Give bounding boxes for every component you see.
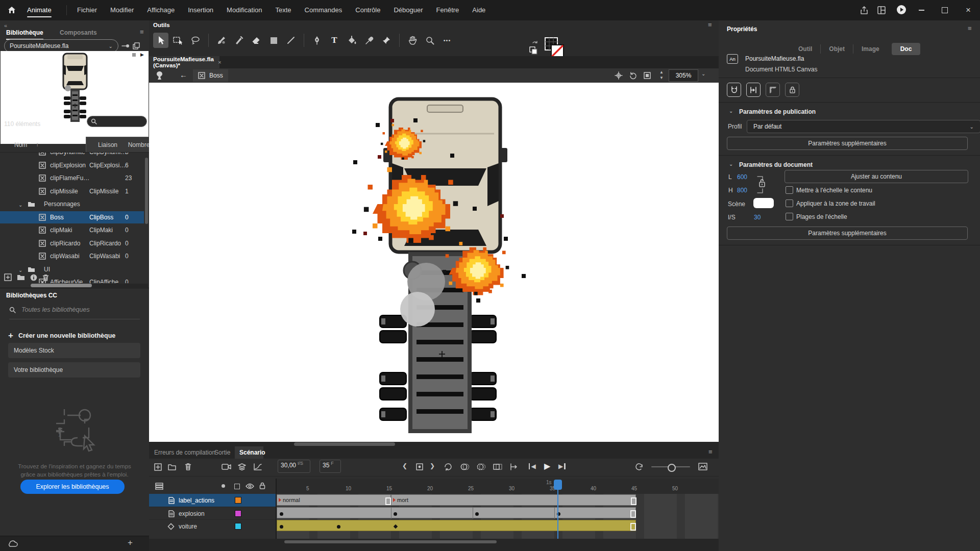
more-tools-button[interactable]: ••• [439,33,455,48]
new-library-panel-icon[interactable] [133,42,140,49]
slider-knob[interactable] [668,464,676,472]
library-row-boss[interactable]: BossClipBoss0 [0,211,144,223]
new-folder-icon[interactable] [17,274,25,281]
apply-workspace-checkbox[interactable] [786,199,793,207]
properties-menu-icon[interactable]: ≡ [968,24,972,32]
cc-search-input[interactable]: Toutes les bibliothèques [9,306,90,313]
center-stage-icon[interactable] [615,71,623,80]
folder-expand-icon[interactable]: ⌄ [18,267,22,273]
keyframe-frame-8[interactable] [337,525,340,529]
publish-more-settings-button[interactable]: Paramètres supplémentaires [727,137,968,150]
layer-row-voiture[interactable]: voiture [149,519,276,533]
keyframe-frame-25[interactable] [475,512,479,516]
link-dimensions-icon[interactable] [755,173,767,196]
library-search-input[interactable] [87,116,147,127]
share-icon[interactable] [859,5,869,15]
zoom-level-input[interactable]: 305% [669,69,698,82]
library-row-clipflamefu[interactable]: clipFlameFu…23 [0,172,144,184]
subselection-tool[interactable] [170,33,186,48]
snap-magnet-toggle[interactable] [727,83,741,97]
tools-menu-icon[interactable]: ≡ [708,21,712,29]
timeline-ruler[interactable]: 1s 5 10 15 20 25 30 35 40 45 50 [277,479,719,494]
selection-handle[interactable] [476,298,480,303]
publish-section-title[interactable]: Paramètres de publication [739,108,816,115]
insert-frame-center-icon[interactable] [415,463,424,471]
menu-fenetre[interactable]: Fenêtre [430,0,466,20]
scale-ranges-checkbox[interactable] [786,213,793,220]
stage-canvas[interactable] [149,83,719,442]
lasso-tool[interactable] [188,33,203,48]
selection-handle[interactable] [376,123,380,127]
library-row-clipmaki[interactable]: clipMakiClipMaki0 [0,224,144,236]
menu-modifier[interactable]: Modifier [104,0,140,20]
library-row-clipexplosion[interactable]: clipExplosionClipExplosi…6 [0,159,144,171]
menu-animate[interactable]: Animate [20,0,58,20]
pen-tool[interactable] [309,33,325,48]
new-symbol-icon[interactable] [4,273,12,281]
menu-commandes[interactable]: Commandes [298,0,349,20]
tab-sortie[interactable]: Sortie [214,449,230,456]
library-folder-personnages[interactable]: ⌄ Personnages [0,198,144,210]
library-preview[interactable]: ▶ [1,51,149,144]
layers-stack-icon[interactable] [155,483,163,490]
visibility-column-icon[interactable] [246,483,254,489]
home-icon[interactable] [7,6,16,15]
swap-colors-icon[interactable] [529,40,540,55]
play-button[interactable]: ▶ [544,461,550,471]
zoom-stepper[interactable]: ▲▼ [659,69,664,81]
timeline-horizontal-scrollbar[interactable] [149,539,719,545]
cc-add-icon[interactable]: + [128,538,133,548]
clip-content-icon[interactable] [643,71,651,80]
library-row-clipdynamite[interactable]: clipDynamiteClipDynami…6 [0,152,144,158]
column-header-liaison[interactable]: Liaison [86,137,130,153]
preview-resize-handle[interactable] [132,53,136,57]
frame-span-voiture-tween[interactable] [277,520,636,531]
menu-modification[interactable]: Modification [220,0,268,20]
menu-texte[interactable]: Texte [268,0,298,20]
document-more-settings-button[interactable]: Paramètres supplémentaires [727,227,968,240]
timeline-frames-grid[interactable]: normal mort [277,494,719,539]
library-horizontal-scrollbar[interactable] [31,284,148,287]
ruler-toggle[interactable] [766,83,780,97]
selection-handle[interactable] [445,288,449,292]
eyedropper-tool[interactable] [361,33,377,48]
text-tool[interactable]: T [327,33,342,48]
rectangle-tool[interactable] [266,33,281,48]
outline-column-icon[interactable] [234,484,240,489]
selection-handle[interactable] [473,207,477,211]
layer-depth-icon[interactable] [238,463,246,470]
collapse-panel-icon[interactable]: « [4,22,7,29]
playhead-marker[interactable] [554,480,562,490]
classic-brush-tool[interactable] [231,33,247,48]
minimize-button[interactable] [910,0,933,20]
frame-span-mort[interactable]: mort [391,494,636,506]
selection-handle[interactable] [413,118,418,122]
maximize-button[interactable] [933,0,957,20]
cc-explore-button[interactable]: Explorer les bibliothèques [20,480,125,494]
delete-icon[interactable] [42,274,49,281]
rotate-stage-icon[interactable] [629,71,637,80]
frame-span-explosion[interactable] [277,507,636,518]
paint-bucket-tool[interactable] [344,33,359,48]
span-end-frame[interactable] [630,523,636,531]
layer-row-label-actions[interactable]: label_actions [149,494,276,507]
breadcrumb-symbol[interactable]: Boss [193,69,228,82]
column-header-nombre[interactable]: Nombre [129,137,150,153]
step-expand-left-icon[interactable]: ❮ [402,462,407,469]
selection-handle[interactable] [450,154,454,158]
lock-toggle[interactable] [785,83,799,97]
lock-column-icon[interactable] [259,482,265,489]
frame-span-normal[interactable]: normal [277,494,391,506]
onion-skin-outline-icon[interactable] [477,463,486,471]
line-tool[interactable] [283,33,299,48]
menu-insertion[interactable]: Insertion [181,0,220,20]
zoom-tool[interactable] [422,33,437,48]
keyframe-frame-1[interactable] [280,525,283,529]
selection-handle[interactable] [500,214,504,218]
hand-tool[interactable] [405,33,420,48]
stage-color-swatch[interactable] [753,198,774,208]
zoom-dropdown-icon[interactable]: ⌄ [701,71,705,77]
folder-expand-icon[interactable]: ⌄ [18,202,22,208]
loop-icon[interactable] [444,463,452,471]
back-arrow-icon[interactable]: ← [180,70,187,79]
